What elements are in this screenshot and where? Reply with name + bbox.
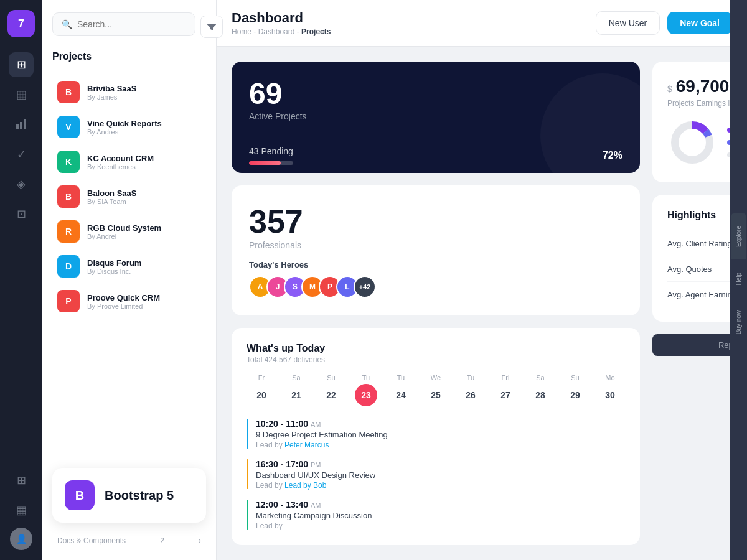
cal-day-name: Mo (605, 374, 614, 381)
cal-day-num[interactable]: 26 (459, 384, 482, 406)
new-goal-button[interactable]: New Goal (667, 12, 732, 34)
project-by: By Keenthemes (87, 163, 154, 170)
nav-icon-briefcase[interactable]: ⊡ (9, 202, 34, 226)
event-item: 10:20 - 11:00 AM 9 Degree Project Estima… (247, 419, 625, 449)
event-time: 16:30 - 17:00 PM (256, 459, 375, 469)
project-info: Vine Quick Reports By Andres (87, 119, 162, 136)
main-content: Dashboard Home - Dashboard - Projects Ne… (217, 0, 747, 560)
search-input[interactable] (77, 19, 186, 29)
cal-day-num[interactable]: 25 (425, 384, 447, 406)
nav-icon-chart[interactable] (9, 112, 34, 137)
project-by: By James (87, 93, 137, 101)
project-info: Proove Quick CRM By Proove Limited (87, 293, 160, 310)
project-item[interactable]: P Proove Quick CRM By Proove Limited (52, 284, 206, 319)
calendar-day[interactable]: Tu 23 (351, 374, 381, 406)
project-name: Proove Quick CRM (87, 293, 160, 302)
cal-day-num[interactable]: 27 (494, 384, 517, 406)
project-item[interactable]: K KC Account CRM By Keenthemes (52, 144, 206, 179)
pending-label: Pending (261, 146, 293, 156)
calendar-day[interactable]: We 25 (421, 374, 451, 406)
active-projects-number: 69 (249, 79, 622, 109)
progress-fill (249, 161, 281, 165)
project-item[interactable]: B Briviba SaaS By James (52, 75, 206, 110)
calendar-day[interactable]: Sa 21 (281, 374, 311, 406)
calendar-day[interactable]: Su 22 (316, 374, 346, 406)
event-item: 12:00 - 13:40 AM Marketing Campaign Disc… (247, 500, 625, 530)
project-name: KC Account CRM (87, 154, 154, 163)
project-logo: D (57, 255, 80, 278)
sidebar: 🔍 Projects B Briviba SaaS By James V Vin… (42, 0, 217, 560)
calendar-day[interactable]: Tu 26 (456, 374, 486, 406)
nav-icon-grid[interactable]: ▦ (9, 82, 34, 107)
nav-user-avatar[interactable]: 👤 (10, 528, 32, 550)
nav-icon-menu[interactable]: ▦ (9, 498, 34, 523)
project-item[interactable]: B Baloon SaaS By SIA Team (52, 179, 206, 214)
nav-icon-layers[interactable]: ◈ (9, 172, 34, 197)
cal-day-num[interactable]: 28 (529, 384, 552, 406)
active-projects-percent: 72% (603, 150, 622, 161)
cal-day-num[interactable]: 29 (564, 384, 586, 406)
side-tab-help[interactable]: Help (731, 260, 746, 298)
cal-day-num[interactable]: 22 (320, 384, 342, 406)
project-name: Disqus Forum (87, 258, 141, 268)
project-item[interactable]: D Disqus Forum By Disqus Inc. (52, 249, 206, 284)
pending-info: 43 Pending (249, 146, 293, 165)
highlight-label: Avg. Quotes (667, 264, 712, 274)
project-list: B Briviba SaaS By James V Vine Quick Rep… (52, 75, 206, 319)
cal-day-num[interactable]: 23 (355, 384, 377, 406)
project-name: Vine Quick Reports (87, 119, 162, 128)
project-info: Baloon SaaS By SIA Team (87, 189, 136, 205)
project-name: RGB Cloud System (87, 223, 161, 233)
cal-day-name: Tu (467, 374, 474, 381)
project-logo: K (57, 151, 80, 173)
svg-rect-0 (16, 124, 19, 129)
project-item[interactable]: R RGB Cloud System By Andrei (52, 214, 206, 249)
header-left: Dashboard Home - Dashboard - Projects (232, 10, 331, 36)
nav-user-number[interactable]: 7 (7, 10, 35, 37)
calendar-day[interactable]: Tu 24 (386, 374, 416, 406)
new-user-button[interactable]: New User (596, 11, 660, 35)
cal-day-num[interactable]: 21 (285, 384, 308, 406)
project-item[interactable]: V Vine Quick Reports By Andres (52, 110, 206, 144)
event-title: Dashboard UI/UX Design Review (256, 470, 375, 480)
event-time: 12:00 - 13:40 AM (256, 500, 372, 510)
project-by: By Andrei (87, 233, 161, 240)
event-period: AM (311, 502, 321, 509)
cal-day-num[interactable]: 20 (250, 384, 273, 406)
calendar-day[interactable]: Fri 27 (491, 374, 520, 406)
calendar-day[interactable]: Fr 20 (247, 374, 276, 406)
event-info: 16:30 - 17:00 PM Dashboard UI/UX Design … (256, 459, 375, 490)
nav-icon-dashboard[interactable]: ⊞ (9, 52, 34, 77)
whatsup-subtitle: Total 424,567 deliveries (247, 355, 625, 364)
filter-button[interactable] (200, 16, 223, 38)
calendar-day[interactable]: Mo 30 (595, 374, 625, 406)
side-tab-buynow[interactable]: Buy now (731, 298, 746, 347)
side-tab-explore[interactable]: Explore (731, 213, 746, 259)
calendar-day[interactable]: Sa 28 (525, 374, 555, 406)
active-projects-bottom: 43 Pending 72% (249, 146, 622, 165)
project-logo: B (57, 81, 80, 103)
breadcrumb-current: Projects (301, 27, 331, 36)
event-info: 10:20 - 11:00 AM 9 Degree Project Estima… (256, 419, 388, 449)
event-bar (247, 419, 248, 449)
nav-icon-check[interactable]: ✓ (9, 142, 34, 167)
bootstrap-card: B Bootstrap 5 (52, 468, 206, 523)
breadcrumb-sep2: - (297, 27, 301, 36)
header-actions: New User New Goal (596, 11, 732, 35)
active-projects-label: Active Projects (249, 111, 622, 121)
left-navigation: 7 ⊞ ▦ ✓ ◈ ⊡ ⊞ ▦ 👤 (0, 0, 42, 560)
cal-day-name: Fr (258, 374, 265, 381)
event-list: 10:20 - 11:00 AM 9 Degree Project Estima… (247, 419, 625, 530)
nav-icon-settings[interactable]: ⊞ (9, 468, 34, 493)
cal-day-num[interactable]: 30 (599, 384, 621, 406)
active-projects-card: 69 Active Projects 43 Pending 72% (232, 62, 640, 173)
calendar-day[interactable]: Su 29 (560, 374, 590, 406)
event-lead-link[interactable]: Peter Marcus (284, 441, 329, 449)
project-logo: V (57, 116, 80, 138)
breadcrumb-dashboard[interactable]: Dashboard (258, 27, 295, 36)
cal-day-num[interactable]: 24 (390, 384, 412, 406)
docs-count: 2 (160, 536, 164, 545)
event-bar (247, 500, 248, 530)
event-lead-link[interactable]: Lead by Bob (284, 481, 326, 490)
breadcrumb-home[interactable]: Home (232, 27, 251, 36)
